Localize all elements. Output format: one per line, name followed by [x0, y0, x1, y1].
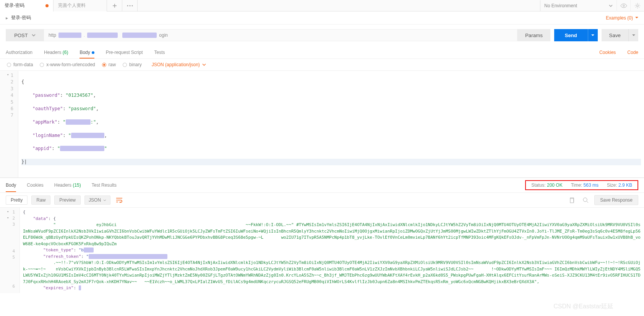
- request-tabs: Authorization Headers (6) Body Pre-reque…: [0, 46, 644, 59]
- search-button[interactable]: [581, 197, 590, 203]
- request-body-editor[interactable]: 1234567 { "password": "01234567", "oauth…: [0, 70, 644, 178]
- editor-gutter: 1234567: [0, 71, 18, 178]
- response-body-editor[interactable]: 123456 { "data": { " eyJhbGci ~~FkkW!:O:…: [0, 208, 644, 293]
- body-type-row: form-data x-www-form-urlencoded raw bina…: [0, 59, 644, 70]
- response-tabs: Body Cookies Headers (15) Test Results S…: [0, 178, 644, 193]
- lang-select[interactable]: JSON: [84, 195, 110, 205]
- resp-tab-headers[interactable]: Headers (15): [54, 179, 81, 192]
- environment-select[interactable]: No Environment: [540, 0, 616, 11]
- url-input[interactable]: http xx . xx xx ogin: [44, 29, 517, 41]
- resp-tab-cookies[interactable]: Cookies: [27, 179, 43, 192]
- svg-point-0: [127, 5, 128, 6]
- save-response-button[interactable]: Save Response: [594, 195, 638, 205]
- tab-title: 完善个人资料: [58, 2, 86, 9]
- response-tools: Pretty Raw Preview JSON Save Response: [0, 193, 644, 208]
- editor-code[interactable]: { "password": "01234567", "oauthType": "…: [18, 71, 644, 178]
- radio-raw[interactable]: raw: [102, 62, 116, 67]
- chevron-down-icon: [609, 5, 613, 7]
- resp-tab-tests[interactable]: Test Results: [92, 179, 117, 192]
- save-button[interactable]: Save: [602, 29, 628, 41]
- svg-point-2: [131, 5, 133, 6]
- tab-menu-button[interactable]: [122, 0, 138, 11]
- request-url-row: POST http xx . xx xx ogin Params Send Sa…: [0, 24, 644, 46]
- resp-gutter: 123456: [0, 208, 20, 293]
- caret-down-icon: [591, 34, 594, 36]
- env-preview-button[interactable]: [616, 0, 630, 11]
- content-type-select[interactable]: JSON (application/json): [152, 62, 206, 67]
- copy-button[interactable]: [567, 197, 577, 203]
- svg-point-6: [583, 198, 587, 202]
- radio-binary[interactable]: binary: [123, 62, 142, 67]
- examples-label: Examples (0): [606, 15, 633, 21]
- breadcrumb-title: 登录-密码: [11, 15, 31, 21]
- method-select[interactable]: POST: [6, 29, 44, 41]
- chevron-down-icon: [202, 64, 206, 66]
- code-link[interactable]: Code: [627, 50, 638, 55]
- breadcrumb-bar: ▸ 登录-密码 Examples (0): [0, 11, 644, 24]
- radio-form-data[interactable]: form-data: [7, 62, 33, 67]
- caret-down-icon: [632, 34, 635, 36]
- params-button[interactable]: Params: [517, 29, 550, 41]
- caret-down-icon: [635, 17, 638, 19]
- new-tab-button[interactable]: [107, 0, 122, 11]
- svg-rect-5: [570, 199, 574, 203]
- tab-headers[interactable]: Headers (6): [44, 47, 68, 58]
- send-button[interactable]: Send: [554, 29, 588, 41]
- svg-point-4: [636, 5, 638, 7]
- examples-dropdown[interactable]: Examples (0): [606, 15, 638, 21]
- tab-authorization[interactable]: Authorization: [6, 47, 32, 58]
- unsaved-dot-icon: [45, 4, 49, 7]
- tab-active[interactable]: 登录-密码: [0, 0, 54, 11]
- status-time: 563 ms: [584, 182, 599, 188]
- app-tab-bar: 登录-密码 完善个人资料 No Environment: [0, 0, 644, 11]
- cookies-link[interactable]: Cookies: [599, 50, 616, 55]
- view-raw[interactable]: Raw: [31, 195, 50, 205]
- tab-tests[interactable]: Tests: [154, 47, 165, 58]
- resp-tab-body[interactable]: Body: [6, 179, 16, 192]
- tab-body[interactable]: Body: [79, 47, 94, 58]
- view-preview[interactable]: Preview: [54, 195, 81, 205]
- send-dropdown[interactable]: [588, 29, 598, 41]
- response-status-box: Status: 200 OK Time: 563 ms Size: 2.9 KB: [525, 180, 638, 190]
- tab-title: 登录-密码: [5, 2, 24, 9]
- tab-prerequest[interactable]: Pre-request Script: [106, 47, 143, 58]
- resp-code[interactable]: { "data": { " eyJhbGci ~~FkkW!:O:I-ODL.~…: [20, 208, 644, 293]
- method-label: POST: [14, 33, 28, 38]
- view-pretty[interactable]: Pretty: [6, 195, 28, 205]
- chevron-down-icon: [103, 199, 106, 201]
- breadcrumb-arrow-icon: ▸: [6, 15, 8, 21]
- environment-label: No Environment: [544, 3, 577, 8]
- active-dot-icon: [92, 51, 94, 54]
- svg-point-1: [129, 5, 130, 6]
- radio-urlencoded[interactable]: x-www-form-urlencoded: [40, 62, 95, 67]
- settings-button[interactable]: [630, 0, 644, 11]
- save-dropdown[interactable]: [628, 29, 638, 41]
- wrap-lines-button[interactable]: [114, 195, 124, 205]
- status-code: 200 OK: [547, 182, 563, 188]
- svg-point-3: [623, 5, 625, 7]
- tab-inactive-1[interactable]: 完善个人资料: [54, 0, 107, 11]
- chevron-down-icon: [32, 34, 36, 36]
- status-size: 2.9 KB: [618, 182, 632, 188]
